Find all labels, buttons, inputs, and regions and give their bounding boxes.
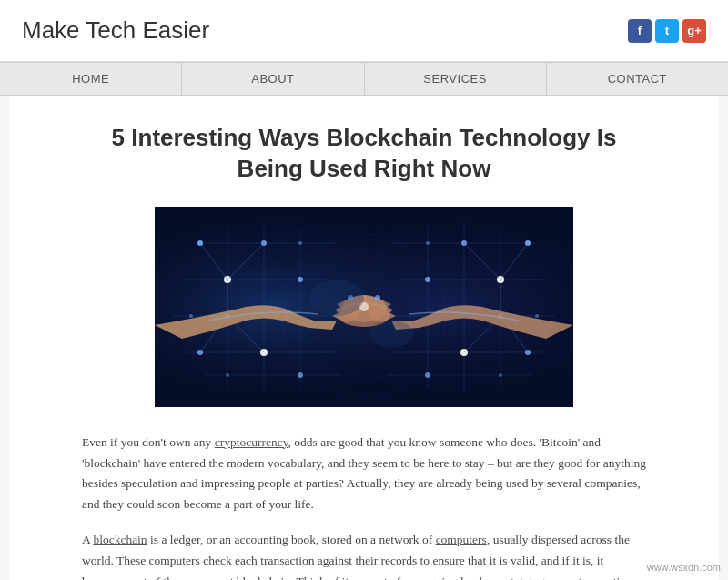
google-icon[interactable]: g+ <box>682 19 706 43</box>
facebook-icon[interactable]: f <box>628 19 652 43</box>
site-header: Make Tech Easier f t g+ <box>0 0 728 62</box>
nav-item-contact[interactable]: CONTACT <box>547 63 728 95</box>
svg-point-37 <box>426 241 430 245</box>
nav-link-about[interactable]: ABOUT <box>182 63 363 95</box>
svg-point-40 <box>499 373 502 377</box>
social-icons: f t g+ <box>628 19 706 43</box>
paragraph-1: Even if you don't own any cryptocurrency… <box>82 432 646 516</box>
twitter-icon[interactable]: t <box>655 19 679 43</box>
article-title: 5 Interesting Ways Blockchain Technology… <box>82 123 646 185</box>
nav-item-about[interactable]: ABOUT <box>182 63 364 95</box>
main-nav: HOME ABOUT SERVICES CONTACT <box>0 62 728 96</box>
svg-point-33 <box>425 277 430 282</box>
svg-point-26 <box>298 241 302 245</box>
svg-point-38 <box>535 314 539 318</box>
svg-point-29 <box>226 373 229 377</box>
svg-point-27 <box>189 314 193 318</box>
nav-link-services[interactable]: SERVICES <box>365 63 546 95</box>
hero-image <box>155 207 573 407</box>
watermark: www.wsxdn.com <box>647 562 721 573</box>
link-cryptocurrency[interactable]: cryptocurrency <box>215 435 288 449</box>
article-body: Even if you don't own any cryptocurrency… <box>82 432 646 580</box>
link-blockchain[interactable]: blockchain <box>93 533 147 546</box>
svg-point-55 <box>375 295 380 300</box>
paragraph-2: A blockchain is a ledger, or an accounti… <box>82 530 646 580</box>
svg-point-39 <box>425 372 430 378</box>
svg-point-58 <box>309 280 364 316</box>
nav-item-services[interactable]: SERVICES <box>365 63 547 95</box>
main-content: 5 Interesting Ways Blockchain Technology… <box>9 96 719 580</box>
svg-point-28 <box>298 372 303 378</box>
link-computers[interactable]: computers <box>436 533 487 546</box>
nav-item-home[interactable]: HOME <box>0 63 182 95</box>
site-title: Make Tech Easier <box>22 16 209 45</box>
svg-point-59 <box>369 321 414 348</box>
nav-link-home[interactable]: HOME <box>0 63 181 95</box>
nav-link-contact[interactable]: CONTACT <box>547 63 728 95</box>
svg-point-22 <box>298 277 303 282</box>
